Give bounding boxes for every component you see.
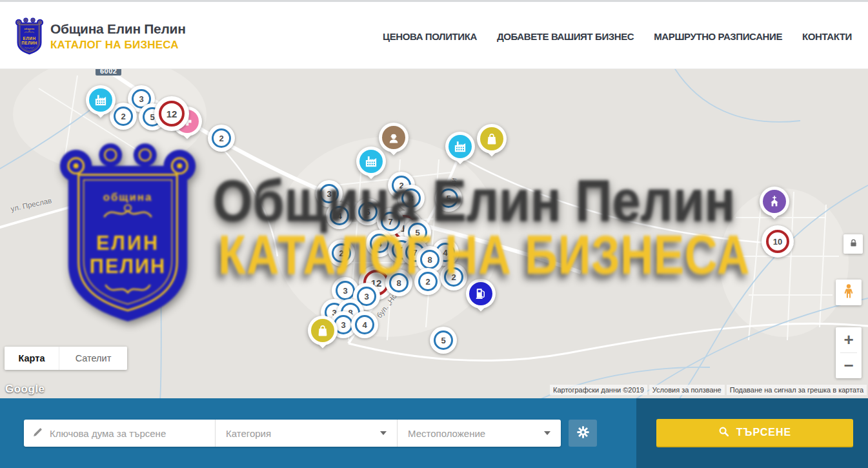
map-type-control: Карта Сателит: [5, 347, 127, 370]
cluster-count: 8: [427, 255, 432, 265]
gear-icon: [576, 425, 590, 442]
map-cluster-marker[interactable]: 5: [435, 185, 462, 212]
map-pin-marker[interactable]: [356, 147, 386, 176]
pegman-button[interactable]: [836, 280, 862, 305]
map-attribution: Картографски данни ©2019 Условия за полз…: [550, 385, 867, 395]
cluster-count: 4: [443, 248, 447, 258]
cluster-count: 3: [409, 194, 413, 203]
map-pin-marker[interactable]: [466, 279, 496, 309]
cluster-count: 4: [337, 211, 341, 221]
attribution-text: Картографски данни ©2019: [550, 385, 647, 395]
cluster-count: 4: [377, 239, 381, 249]
nav-item-contacts[interactable]: КОНТАКТИ: [802, 31, 852, 42]
search-button[interactable]: ТЪРСЕНЕ: [656, 419, 853, 447]
map-cluster-marker[interactable]: 12: [154, 96, 189, 131]
fuel-icon: [474, 287, 487, 300]
map-cluster-marker[interactable]: 2: [440, 263, 467, 290]
search-icon: [718, 426, 729, 440]
zoom-in-button[interactable]: +: [836, 327, 862, 352]
cluster-count: 3: [343, 286, 347, 296]
cluster-count: 3: [327, 189, 331, 199]
map-pin-marker[interactable]: [308, 316, 338, 345]
map-cluster-marker[interactable]: 8: [385, 269, 412, 296]
factory-icon: [454, 140, 467, 153]
map-cluster-marker[interactable]: 10: [762, 225, 794, 258]
map-pin-marker[interactable]: [86, 85, 116, 115]
factory-icon: [365, 155, 378, 168]
lock-button[interactable]: [843, 234, 863, 254]
church-icon: [768, 195, 781, 208]
map-type-button[interactable]: Карта: [5, 347, 59, 370]
keyword-field: [24, 420, 215, 447]
cluster-count: 2: [339, 249, 343, 258]
main-nav: ЦЕНОВА ПОЛИТИКА ДОБАВЕТЕ ВАШИЯТ БИЗНЕС М…: [383, 2, 852, 71]
worker-icon: [387, 131, 400, 144]
map-markers-layer: 325122233564137542274812822333834510: [0, 69, 868, 398]
map-cluster-marker[interactable]: 2: [328, 239, 355, 267]
page-title: Община Елин Пелин: [50, 21, 186, 37]
cluster-count: 5: [415, 228, 419, 238]
map-cluster-marker[interactable]: 4: [326, 202, 353, 229]
zoom-control: + −: [836, 327, 862, 378]
header-titles: Община Елин Пелин КАТАЛОГ НА БИЗНЕСА: [50, 21, 186, 52]
chevron-down-icon: [380, 431, 387, 435]
cluster-count: 5: [441, 336, 445, 345]
cluster-count: 6: [365, 207, 370, 217]
search-panel: Категория Местоположение ТЪРСЕНЕ: [0, 398, 868, 468]
zoom-out-button[interactable]: −: [836, 353, 862, 378]
map-pin-marker[interactable]: [760, 187, 789, 216]
location-select-label: Местоположение: [408, 428, 485, 439]
category-select-label: Категория: [226, 428, 271, 439]
factory-icon: [94, 94, 107, 107]
page: 6002 ул. Преслав бул. „Новосел ици 32512…: [0, 0, 868, 468]
nav-item-pricing[interactable]: ЦЕНОВА ПОЛИТИКА: [383, 31, 477, 42]
cluster-count: 3: [139, 94, 143, 104]
location-select[interactable]: Местоположение: [397, 420, 561, 447]
pencil-icon: [32, 427, 43, 440]
municipality-logo[interactable]: [14, 17, 45, 56]
page-subtitle: КАТАЛОГ НА БИЗНЕСА: [50, 39, 186, 52]
cluster-count: 3: [341, 320, 345, 330]
satellite-type-button[interactable]: Сателит: [59, 347, 127, 370]
chevron-down-icon: [544, 431, 550, 435]
nav-item-add-business[interactable]: ДОБАВЕТЕ ВАШИЯТ БИЗНЕС: [497, 31, 634, 42]
header: Община Елин Пелин КАТАЛОГ НА БИЗНЕСА ЦЕН…: [0, 0, 868, 69]
cluster-count: 12: [167, 108, 177, 119]
map-canvas[interactable]: 6002 ул. Преслав бул. „Новосел ици 32512…: [0, 69, 868, 398]
category-select[interactable]: Категория: [215, 420, 397, 447]
report-error-link[interactable]: Подаване на сигнал за грешка в картата: [727, 385, 867, 395]
cluster-count: 2: [425, 277, 430, 287]
search-fields: Категория Местоположение: [24, 420, 561, 447]
pegman-icon: [841, 283, 856, 301]
cluster-count: 2: [121, 112, 125, 121]
shopping-bag-icon: [485, 132, 498, 145]
lock-icon: [849, 238, 858, 250]
map-cluster-marker[interactable]: 3: [398, 185, 425, 212]
cluster-count: 2: [451, 272, 456, 282]
shopping-bag-icon: [316, 324, 329, 337]
settings-button[interactable]: [569, 420, 597, 447]
cluster-count: 8: [396, 278, 401, 288]
cluster-count: 7: [388, 217, 392, 227]
map-pin-marker[interactable]: [477, 124, 507, 154]
cluster-count: 4: [362, 320, 367, 330]
google-logo[interactable]: Google: [5, 383, 45, 396]
terms-link[interactable]: Условия за ползване: [649, 385, 725, 395]
map-pin-marker[interactable]: [445, 132, 475, 161]
cluster-count: 3: [364, 292, 368, 301]
map-cluster-marker[interactable]: 2: [414, 268, 441, 295]
nav-item-route-schedule[interactable]: МАРШРУТНО РАЗПИСАНИЕ: [654, 31, 782, 42]
cluster-count: 2: [219, 134, 223, 143]
search-button-label: ТЪРСЕНЕ: [736, 427, 791, 438]
cluster-count: 5: [446, 194, 450, 203]
search-input[interactable]: [50, 428, 215, 439]
map-cluster-marker[interactable]: 2: [208, 125, 235, 152]
cluster-count: 10: [773, 237, 782, 247]
map-cluster-marker[interactable]: 4: [351, 311, 378, 338]
map-cluster-marker[interactable]: 5: [430, 327, 457, 354]
